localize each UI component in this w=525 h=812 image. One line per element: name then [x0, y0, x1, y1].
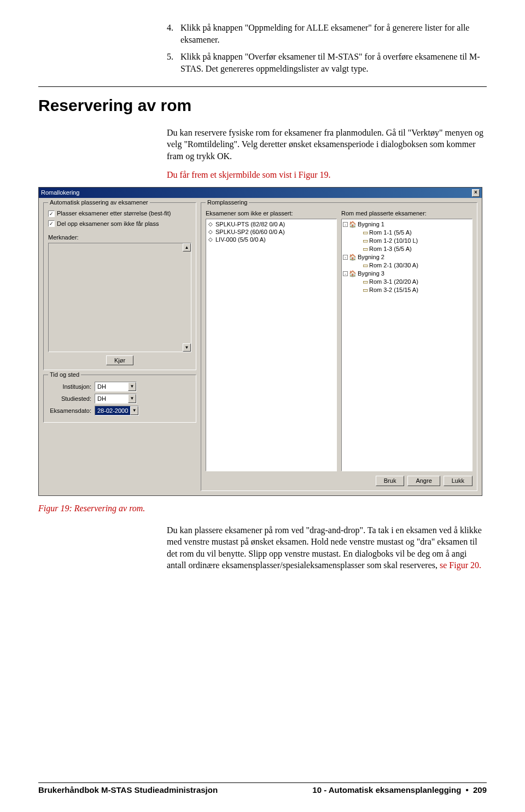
tree-building[interactable]: - 🏠 Bygning 2: [343, 253, 471, 261]
room-icon: ▭: [363, 237, 368, 245]
room-icon: ▭: [363, 286, 368, 294]
list-item[interactable]: ◇LIV-000 (5/5 0/0 A): [207, 236, 335, 243]
checkbox-label: Del opp eksamener som ikke får plass: [57, 220, 159, 228]
room-icon: ▭: [363, 261, 368, 270]
eksamensdato-combo[interactable]: 28-02-2000 ▼: [95, 406, 139, 416]
tree-room[interactable]: ▭ Rom 3-1 (20/20 A): [343, 278, 471, 286]
page-footer: Brukerhåndbok M-STAS Studieadministrasjo…: [38, 782, 487, 796]
figure-caption: Figur 19: Reservering av rom.: [38, 503, 487, 515]
exam-icon: ◇: [207, 228, 214, 236]
group-legend: Romplassering: [206, 198, 249, 207]
tree-room[interactable]: ▭ Rom 1-3 (5/5 A): [343, 245, 471, 253]
dialog-titlebar[interactable]: Romallokering ×: [39, 188, 482, 198]
list-item: 5. Klikk på knappen "Overfør eksamener t…: [167, 51, 487, 74]
footer-right: 10 - Automatisk eksamensplanlegging 209: [312, 785, 487, 796]
checkbox-splitexams[interactable]: ✓: [48, 220, 55, 227]
unplaced-exams-list[interactable]: ◇SPLKU-PTS (82/82 0/0 A)◇SPLKU-SP2 (60/6…: [206, 219, 337, 471]
footer-left: Brukerhåndbok M-STAS Studieadministrasjo…: [38, 785, 218, 796]
studiested-label: Studiested:: [48, 395, 95, 403]
group-auto-placement: Automatisk plassering av eksamener ✓ Pla…: [43, 202, 196, 370]
tree-room[interactable]: ▭ Rom 1-1 (5/5 A): [343, 229, 471, 237]
scroll-up-icon[interactable]: ▲: [183, 243, 191, 252]
building-icon: 🏠: [349, 253, 357, 261]
room-icon: ▭: [363, 245, 368, 253]
building-icon: 🏠: [349, 270, 357, 278]
rooms-tree[interactable]: - 🏠 Bygning 1 ▭ Rom 1-1 (5/5 A) ▭ Rom 1-…: [341, 219, 472, 471]
merknader-label: Merknader:: [48, 233, 191, 242]
lukk-button[interactable]: Lukk: [444, 476, 472, 486]
section-heading: Reservering av rom: [38, 95, 487, 117]
checkbox-label: Plasser eksamener etter størrelse (best-…: [57, 209, 171, 218]
run-button[interactable]: Kjør: [106, 355, 133, 366]
tree-room[interactable]: ▭ Rom 3-2 (15/15 A): [343, 286, 471, 294]
tree-building[interactable]: - 🏠 Bygning 3: [343, 270, 471, 278]
chevron-down-icon[interactable]: ▼: [128, 382, 136, 391]
group-legend: Automatisk plassering av eksamener: [48, 198, 150, 207]
rooms-label: Rom med plasserte eksamener:: [341, 209, 472, 218]
close-icon[interactable]: ×: [472, 189, 480, 197]
building-icon: 🏠: [349, 220, 357, 229]
list-number: 5.: [167, 51, 180, 74]
tree-building[interactable]: - 🏠 Bygning 1: [343, 220, 471, 229]
chevron-down-icon[interactable]: ▼: [130, 406, 138, 415]
institusjon-combo[interactable]: DH ▼: [95, 382, 137, 392]
paragraph-highlight: Du får frem et skjermbilde som vist i Fi…: [167, 169, 487, 181]
tree-room[interactable]: ▭ Rom 2-1 (30/30 A): [343, 261, 471, 270]
room-icon: ▭: [363, 229, 368, 237]
bruk-button[interactable]: Bruk: [376, 476, 405, 486]
eksamensdato-label: Eksamensdato:: [48, 407, 95, 415]
angre-button[interactable]: Angre: [407, 476, 440, 486]
exam-icon: ◇: [207, 236, 214, 243]
group-time-place: Tid og sted Institusjon: DH ▼ Studiested…: [43, 375, 196, 423]
expand-icon[interactable]: -: [343, 271, 348, 276]
scrollbar[interactable]: ▲ ▼: [183, 243, 191, 352]
group-romplassering: Romplassering Eksamener som ikke er plas…: [201, 202, 477, 491]
list-item[interactable]: ◇SPLKU-PTS (82/82 0/0 A): [207, 220, 335, 228]
group-legend: Tid og sted: [48, 371, 81, 379]
unplaced-exams-label: Eksamener som ikke er plassert:: [206, 209, 337, 218]
checkbox-bestfit[interactable]: ✓: [48, 211, 55, 217]
tree-room[interactable]: ▭ Rom 1-2 (10/10 L): [343, 237, 471, 245]
list-item: 4. Klikk på knappen "Oppmelding for ALLE…: [167, 22, 487, 45]
romallokering-dialog: Romallokering × Automatisk plassering av…: [38, 187, 482, 496]
expand-icon[interactable]: -: [343, 222, 348, 227]
merknader-textarea[interactable]: ▲ ▼: [48, 243, 191, 352]
paragraph: Du kan reservere fysiske rom for eksamen…: [167, 127, 487, 162]
list-number: 4.: [167, 22, 180, 45]
divider: [38, 86, 487, 87]
room-icon: ▭: [363, 278, 368, 286]
exam-icon: ◇: [207, 220, 214, 228]
scroll-down-icon[interactable]: ▼: [183, 343, 191, 352]
institusjon-label: Institusjon:: [48, 383, 95, 391]
list-item[interactable]: ◇SPLKU-SP2 (60/60 0/0 A): [207, 228, 335, 236]
list-text: Klikk på knappen "Oppmelding for ALLE ek…: [180, 22, 487, 45]
expand-icon[interactable]: -: [343, 255, 348, 260]
chevron-down-icon[interactable]: ▼: [128, 394, 136, 403]
studiested-combo[interactable]: DH ▼: [95, 394, 137, 404]
dialog-title: Romallokering: [41, 189, 79, 197]
numbered-list: 4. Klikk på knappen "Oppmelding for ALLE…: [167, 22, 487, 74]
paragraph: Du kan plassere eksamener på rom ved "dr…: [167, 524, 487, 571]
list-text: Klikk på knappen "Overfør eksamener til …: [180, 51, 487, 74]
